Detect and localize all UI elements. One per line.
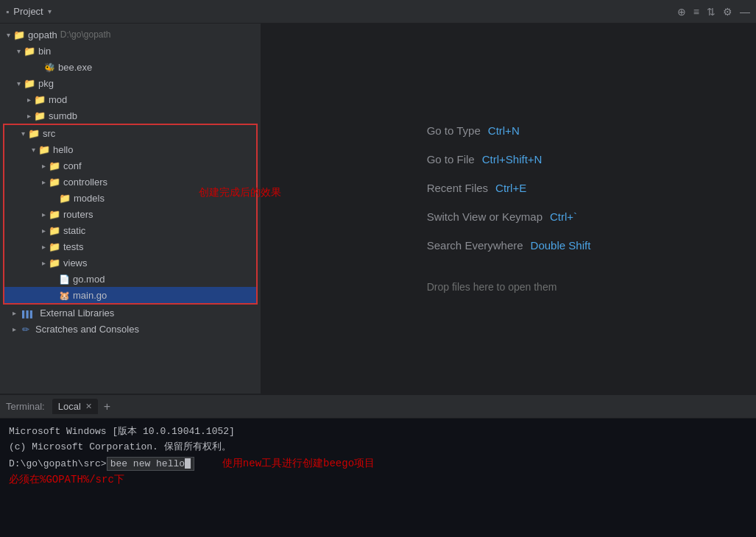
ext-lib-label: External Libraries xyxy=(40,307,114,319)
arrow-static xyxy=(38,227,49,235)
terminal-cursor xyxy=(185,458,191,469)
arrow-pkg xyxy=(13,79,24,88)
tree-routers[interactable]: routers xyxy=(4,206,256,222)
tree-views[interactable]: views xyxy=(4,255,256,271)
arrow-controllers xyxy=(38,178,49,186)
editor-area: 创建完成后的效果 Go to Type Ctrl+N Go to File Ct… xyxy=(261,24,756,394)
tree-bee-exe[interactable]: bee.exe xyxy=(0,59,261,75)
recent-files-key: Ctrl+E xyxy=(495,182,526,194)
static-folder-icon xyxy=(49,225,60,236)
tree-scratches[interactable]: Scratches and Consoles xyxy=(0,321,261,337)
tree-go-mod[interactable]: go.mod xyxy=(4,271,256,287)
sort-icon[interactable]: ⇅ xyxy=(707,6,716,18)
goto-file-label: Go to File xyxy=(427,153,475,166)
switch-view-key: Ctrl+` xyxy=(550,210,577,223)
arrow-scratches xyxy=(9,325,19,333)
gopath-path: D:\go\gopath xyxy=(60,29,111,40)
main-area: gopath D:\go\gopath bin bee.exe pkg xyxy=(0,24,756,394)
arrow-src xyxy=(18,129,28,138)
bin-label: bin xyxy=(38,46,51,57)
settings-icon[interactable]: ⚙ xyxy=(723,6,732,18)
tree-external-libraries[interactable]: External Libraries xyxy=(0,305,261,321)
arrow-routers xyxy=(38,210,49,218)
views-folder-icon xyxy=(49,257,60,268)
main-go-icon xyxy=(59,290,70,301)
hello-label: hello xyxy=(53,144,73,155)
models-folder-icon xyxy=(59,193,71,204)
bee-exe-icon xyxy=(44,62,55,73)
tree-bin[interactable]: bin xyxy=(0,43,261,59)
shortcut-search-everywhere: Search Everywhere Double Shift xyxy=(427,239,591,252)
static-label: static xyxy=(63,225,85,236)
tree-tests[interactable]: tests xyxy=(4,238,256,255)
src-label: src xyxy=(43,128,55,139)
controllers-label: controllers xyxy=(63,177,107,188)
go-mod-icon xyxy=(59,274,70,285)
routers-label: routers xyxy=(63,209,93,220)
tree-mod[interactable]: mod xyxy=(0,91,261,107)
tree-root-gopath[interactable]: gopath D:\go\gopath xyxy=(0,26,261,43)
switch-view-label: Switch View or Keymap xyxy=(427,210,543,223)
layout-icon[interactable]: ≡ xyxy=(693,6,699,18)
scratches-label: Scratches and Consoles xyxy=(35,324,139,335)
conf-label: conf xyxy=(63,160,82,171)
views-label: views xyxy=(63,257,88,268)
arrow-ext-lib xyxy=(9,309,19,317)
src-highlight-box: src hello conf controllers xyxy=(3,124,258,305)
terminal-tab-local[interactable]: Local ✕ xyxy=(52,399,98,414)
src-folder-icon xyxy=(28,128,40,139)
goto-file-key: Ctrl+Shift+N xyxy=(482,153,543,166)
mod-label: mod xyxy=(49,94,67,105)
project-square-icon: ▪ xyxy=(6,7,9,17)
arrow-mod xyxy=(24,96,34,104)
project-label: ▪ Project ▾ xyxy=(6,6,52,17)
toolbar-icons: ⊕ ≡ ⇅ ⚙ — xyxy=(677,6,750,18)
search-everywhere-key: Double Shift xyxy=(531,239,591,252)
mod-folder-icon xyxy=(34,94,46,105)
annotation-command-desc: 使用new工具进行创建beego项目 xyxy=(222,458,375,469)
add-icon[interactable]: ⊕ xyxy=(677,6,686,18)
terminal-tab-name: Local xyxy=(58,401,81,412)
gopath-label: gopath xyxy=(28,29,57,40)
tree-sumdb[interactable]: sumdb xyxy=(0,107,261,124)
shortcut-goto-type: Go to Type Ctrl+N xyxy=(427,124,591,137)
toolbar: ▪ Project ▾ ⊕ ≡ ⇅ ⚙ — xyxy=(0,0,756,24)
tree-conf[interactable]: conf xyxy=(4,157,256,174)
controllers-folder-icon xyxy=(49,177,60,188)
ext-lib-icon xyxy=(22,307,34,319)
goto-type-key: Ctrl+N xyxy=(488,124,520,137)
go-mod-label: go.mod xyxy=(73,274,105,285)
tree-main-go[interactable]: main.go xyxy=(4,287,256,303)
project-tree: gopath D:\go\gopath bin bee.exe pkg xyxy=(0,24,261,394)
tree-static[interactable]: static xyxy=(4,222,256,238)
tree-hello[interactable]: hello xyxy=(4,141,256,157)
tests-folder-icon xyxy=(49,241,60,252)
terminal-add-tab[interactable]: + xyxy=(101,400,113,413)
minimize-icon[interactable]: — xyxy=(740,6,750,18)
terminal-line-3: D:\go\gopath\src>bee new hello 使用new工具进行… xyxy=(9,455,747,472)
arrow-gopath xyxy=(3,31,13,39)
terminal-label: Terminal: xyxy=(6,401,49,412)
scratch-icon xyxy=(22,324,29,335)
drop-files-text: Drop files here to open them xyxy=(427,281,557,293)
arrow-tests xyxy=(38,243,49,251)
pkg-folder-icon xyxy=(24,78,35,89)
sumdb-label: sumdb xyxy=(49,110,77,121)
terminal-content[interactable]: Microsoft Windows [版本 10.0.19041.1052] (… xyxy=(0,419,756,537)
shortcut-list: Go to Type Ctrl+N Go to File Ctrl+Shift+… xyxy=(427,124,591,293)
arrow-sumdb xyxy=(24,112,34,120)
pkg-label: pkg xyxy=(38,78,54,89)
terminal-tabs: Terminal: Local ✕ + xyxy=(0,395,756,419)
tree-src[interactable]: src xyxy=(4,125,256,141)
terminal-close-icon[interactable]: ✕ xyxy=(85,402,92,411)
terminal-area: Terminal: Local ✕ + Microsoft Windows [版… xyxy=(0,394,756,537)
goto-type-label: Go to Type xyxy=(427,124,481,137)
dropdown-arrow-icon[interactable]: ▾ xyxy=(48,7,52,15)
terminal-prompt: D:\go\gopath\src> xyxy=(9,458,107,469)
main-go-label: main.go xyxy=(73,290,107,301)
arrow-conf xyxy=(38,162,49,170)
shortcut-recent-files: Recent Files Ctrl+E xyxy=(427,182,591,194)
search-everywhere-label: Search Everywhere xyxy=(427,239,523,252)
tree-pkg[interactable]: pkg xyxy=(0,75,261,91)
terminal-command[interactable]: bee new hello xyxy=(107,457,194,471)
